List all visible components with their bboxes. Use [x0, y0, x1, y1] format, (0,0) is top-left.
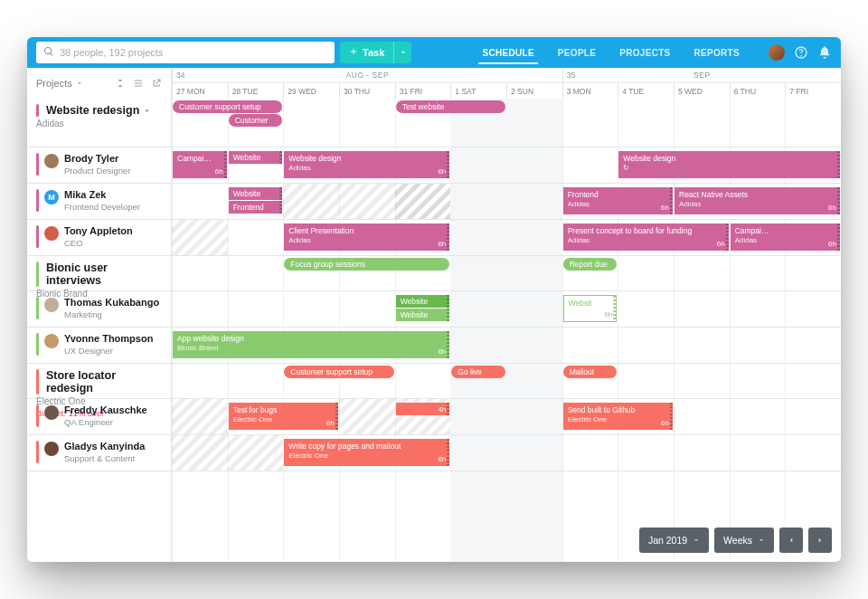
day-header[interactable]: 30 THU	[339, 82, 395, 99]
day-header[interactable]: 2 SUN	[506, 82, 562, 99]
timeline-row[interactable]: Customer support setupTest websiteCustom…	[172, 99, 841, 147]
task-bar[interactable]: Customer	[229, 114, 283, 127]
task-label: Customer support setup	[290, 367, 373, 376]
task-bar[interactable]: 4h	[396, 403, 450, 415]
search-box[interactable]	[36, 42, 335, 63]
task-bar[interactable]: React Native AssetsAdidas6h	[675, 187, 840, 214]
projects-header[interactable]: Projects	[27, 68, 171, 99]
chevron-down-icon[interactable]	[143, 107, 151, 115]
search-input[interactable]	[60, 47, 327, 58]
timeline-row[interactable]: Customer support setupGo liveMailout	[172, 364, 841, 399]
day-header[interactable]: 4 TUE	[618, 82, 674, 99]
task-bar[interactable]: Campai…6h	[173, 151, 227, 178]
person-role: Frontend Developer	[64, 202, 140, 212]
timeline-row[interactable]: Write copy for pages and mailoutElectric…	[172, 435, 841, 471]
list-icon[interactable]	[133, 78, 144, 89]
day-header[interactable]: 31 FRI	[395, 82, 451, 99]
person-name[interactable]: Brody Tyler	[64, 153, 130, 165]
avatar[interactable]: M	[44, 190, 59, 204]
timeline-row[interactable]: WebsiteWebsiteWebsit6h	[172, 291, 841, 328]
external-icon[interactable]	[151, 78, 162, 89]
person-role: CEO	[64, 238, 133, 248]
timeline-area[interactable]: 34 AUG - SEP35 SEP27 MON28 TUE29 WED30 T…	[172, 68, 841, 562]
day-header[interactable]: 7 FRI	[785, 82, 841, 99]
task-bar[interactable]: Website	[396, 295, 450, 308]
task-bar[interactable]: Website designAdidas6h	[284, 151, 449, 178]
day-header[interactable]: 1 SAT	[450, 82, 506, 99]
task-bar[interactable]: Customer support setup	[284, 366, 393, 378]
task-bar[interactable]: Send built to GithubElectric One6h	[563, 403, 673, 430]
task-bar[interactable]: Website	[229, 151, 283, 164]
task-bar[interactable]: App website designBionic Brand6h	[173, 331, 449, 358]
task-bar[interactable]: Website design↻	[618, 151, 840, 178]
new-task-button[interactable]: Task	[340, 42, 393, 63]
avatar[interactable]	[44, 298, 59, 312]
help-button[interactable]	[794, 45, 808, 60]
chevron-down-icon	[693, 537, 700, 544]
avatar[interactable]	[769, 44, 785, 61]
day-header[interactable]: 6 THU	[730, 82, 786, 99]
timeline-row[interactable]: Campai…6hWebsiteWebsite designAdidas6hWe…	[172, 147, 841, 184]
day-header[interactable]: 27 MON	[172, 82, 228, 99]
timeline-row[interactable]: WebsiteFrontendFrontendAdidas6hReact Nat…	[172, 184, 841, 220]
prev-button[interactable]	[779, 528, 803, 553]
date-jump-button[interactable]: Jan 2019	[639, 528, 709, 553]
person-name[interactable]: Mika Zek	[64, 189, 140, 201]
project-title[interactable]: Bionic user interviews	[36, 261, 162, 287]
nav-projects[interactable]: PROJECTS	[618, 48, 672, 58]
scale-button[interactable]: Weeks	[714, 528, 774, 553]
task-label: Websit	[569, 299, 592, 308]
task-bar[interactable]: Report due	[563, 258, 618, 271]
task-bar[interactable]: Write copy for pages and mailoutElectric…	[284, 439, 449, 466]
new-task-label: Task	[363, 47, 384, 58]
task-label: App website design	[177, 334, 244, 343]
week-band: 35 SEP	[562, 68, 841, 82]
nav-schedule[interactable]: SCHEDULE	[480, 48, 535, 58]
task-bar[interactable]: Go live	[451, 366, 505, 378]
task-hours: 6h	[438, 166, 446, 177]
task-bar[interactable]: Websit6h	[563, 295, 618, 322]
task-bar[interactable]: Present concept to board for fundingAdid…	[563, 223, 729, 251]
person-name[interactable]: Gladys Kanyinda	[64, 441, 145, 452]
task-bar[interactable]: FrontendAdidas6h	[563, 187, 673, 214]
day-header[interactable]: 3 MON	[562, 82, 618, 99]
avatar[interactable]	[44, 442, 59, 456]
project-title[interactable]: Website redesign	[36, 104, 162, 117]
person-name[interactable]: Thomas Kukabango	[64, 297, 159, 309]
day-header[interactable]: 29 WED	[283, 82, 339, 99]
next-button[interactable]	[808, 528, 832, 553]
day-header[interactable]: 28 TUE	[228, 82, 284, 99]
unavailable-hatch	[172, 220, 228, 255]
avatar[interactable]	[44, 334, 59, 348]
person-name[interactable]: Yvonne Thompson	[64, 333, 153, 345]
task-label: Mailout	[570, 367, 594, 376]
task-bar[interactable]: Mailout	[563, 366, 618, 378]
nav-people[interactable]: PEOPLE	[556, 48, 598, 58]
nav-reports[interactable]: REPORTS	[693, 48, 741, 58]
avatar[interactable]	[44, 405, 59, 420]
task-bar[interactable]: Customer support setup	[173, 100, 282, 113]
task-label: Go live	[458, 367, 481, 376]
timeline-row[interactable]: Focus group sessionsReport due	[172, 256, 841, 291]
timeline-row[interactable]: Client PresentationAdidas6hPresent conce…	[172, 220, 841, 256]
task-bar[interactable]: Test website	[396, 100, 505, 113]
task-bar[interactable]: Website	[229, 187, 283, 200]
person-name[interactable]: Tony Appleton	[64, 225, 133, 237]
task-bar[interactable]: Test for bugsElectric One6h	[229, 403, 338, 430]
task-bar[interactable]: Focus group sessions	[284, 258, 449, 271]
project-title[interactable]: Store locator redesign	[36, 369, 162, 395]
collapse-icon[interactable]	[115, 78, 126, 89]
task-bar[interactable]: Campai…Adidas6h	[731, 223, 840, 251]
avatar[interactable]	[44, 226, 59, 241]
person-name[interactable]: Freddy Kauschke	[64, 404, 147, 416]
task-bar[interactable]: Website	[396, 309, 450, 321]
day-header[interactable]: 5 WED	[674, 82, 730, 99]
timeline-row[interactable]: Test for bugsElectric One6h4hSend built …	[172, 399, 841, 435]
timeline-row[interactable]: App website designBionic Brand6h	[172, 328, 841, 364]
new-task-dropdown[interactable]	[393, 42, 411, 63]
avatar[interactable]	[44, 154, 59, 168]
task-bar[interactable]: Frontend	[229, 201, 283, 214]
task-bar[interactable]: Client PresentationAdidas6h	[284, 223, 449, 251]
project-row: Store locator redesign Electric One Budg…	[27, 364, 171, 399]
notifications-button[interactable]	[817, 45, 832, 60]
